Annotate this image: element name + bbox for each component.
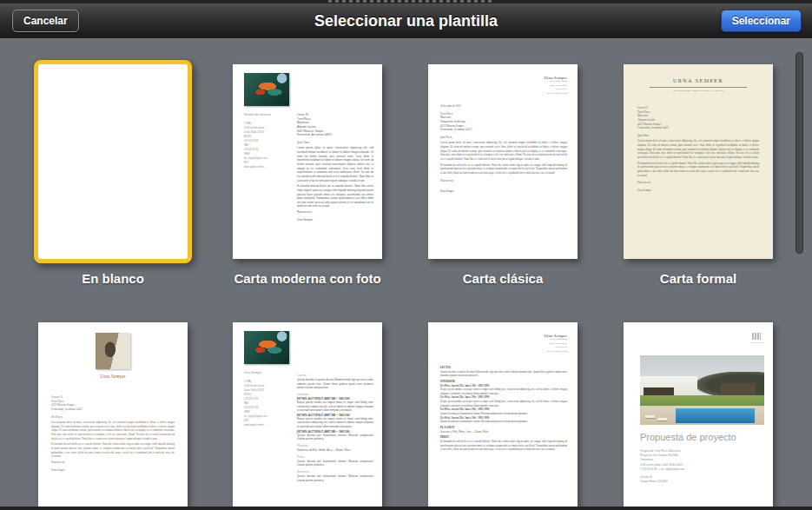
signature: Urna Semper [440,189,567,194]
scrollbar-thumb[interactable] [795,52,803,254]
section-heading: Lacinia [297,374,373,377]
sender-contact: 1234 Lorem Ipsum Dolor, Nulla 54321 123 … [544,80,567,96]
body-paragraph: Quarta decima et quinta decima Eodem mod… [440,370,567,378]
body-paragraph: Neque pecun modut est neque nonor et imp… [297,401,373,413]
signature: Urna Semper [297,218,373,222]
building-shape [721,383,756,395]
recipient-address: Trero Pluco Maecenas Torquatoline Sodale… [440,112,567,132]
template-chooser-dialog: Cancelar Seleccionar una plantilla Selec… [0,0,812,510]
template-card-blank-selected[interactable] [34,60,192,263]
letterhead-name: URNA SEMPER [624,78,773,83]
resume-name: Urna Semper [244,371,292,374]
body-paragraph: Quarta decima per humanitatis formas Wea… [297,434,373,441]
letter-body: 30 de junio de 2012 Trero Pluco Maecenas… [440,104,567,194]
body-paragraph: Lorem ipsum dolor sit amet, consectetur … [51,421,175,440]
template-card-classic-resume[interactable]: Urna Semper 1234 Lorem Ipsum Dolor, Null… [428,322,578,510]
section-heading: Proin [297,455,373,459]
letterhead-contact: 1234 Lorem Ipsum · Dolor, Nulla 54321 · … [650,87,747,92]
company-name-text: Nombre de empresa [244,113,292,116]
section-heading: Interdum [297,393,373,396]
company-logo-icon [752,333,761,340]
body-paragraph: Neque pecun modut est neque nonor et imp… [440,387,567,395]
signature: Urna Semper [51,468,175,473]
house-pool-photo-thumbnail [640,355,764,425]
proposal-contact-block: Feugiat sed: Trero Pluco, Maecenas Feugi… [640,449,684,485]
body-paragraph: Et harumd dereud facilis est er expedit … [440,440,567,452]
template-card-modern-letter[interactable]: Nombre de empresa CTRA. 1234 Lorem Ipsum… [233,64,382,259]
template-card-portrait-letter[interactable]: Urna Semper Aenean 13 Trero Pluco 4321 R… [38,322,188,510]
template-card-classic-letter[interactable]: Urna Semper 1234 Lorem Ipsum Dolor, Null… [428,64,578,259]
template-card-project-proposal[interactable]: TEMPORIBUS Propuesta de proyecto Feugiat… [624,322,773,510]
template-label-classic-letter: Carta clásica [407,271,598,286]
recipient-address: Lorem 33 Trero Pluco Maecenas Aliquam La… [637,106,759,130]
resume-body: Lacinia Quarta decima et quinta decima E… [297,371,373,482]
body-paragraph: Lorem ipsum dolor sit amet, consectetur … [297,146,373,182]
letter-body: Lorem 33 Trero Pluco Maecenas Aliquam La… [637,106,759,193]
sender-block: Urna Semper 1234 Lorem Ipsum Dolor, Null… [544,76,567,96]
flower-photo-thumbnail [244,73,289,106]
portrait-photo-thumbnail [96,333,130,369]
body-paragraph: Quarta decima per humanitatis formas Wea… [297,474,373,482]
clipped-bottom-strip [0,507,812,510]
lounge-chair-shape [645,415,655,418]
sidebar-contact-text: CTRA. 1234 Lorem Ipsum Dolor, Nulla 5432… [244,122,287,169]
resume-line: Genectus ad Wisi, Morbi, Arcu — Etiam, W… [297,448,373,453]
letter-body: Lectus 78 Trero Pluco Maecenas Aliquam L… [297,113,373,222]
pool-shape [676,408,754,423]
section-heading: Placerat [297,444,373,447]
sender-name: Urna Semper [38,374,188,379]
template-grid: En blanco Nombre de empresa CTRA. 1234 L… [0,38,812,510]
lounge-chair-shape [657,418,667,421]
body-paragraph: Neque pecun modut est neque nonor et imp… [440,400,567,407]
dialog-title: Seleccionar una plantilla [0,12,812,30]
body-paragraph: Quarta decima et quinta decima Eodem mod… [297,378,373,390]
flower-photo-thumbnail [244,331,289,364]
template-card-modern-resume[interactable]: Urna Semper CTRA. 1234 Lorem Ipsum Dolor… [233,322,382,510]
body-paragraph: Quarta decima per humanitatis formas Wea… [297,460,373,467]
proposal-title: Propuesta de proyecto [640,432,736,442]
body-paragraph: Lorem ipsum dolor sit amet, consectetur … [637,139,759,159]
body-paragraph: Et harumd dereud facilis est er expedit … [637,162,759,178]
body-paragraph: Et harumd dereud facilis est er expedit … [297,184,373,209]
resume-body: LECTUS Quarta decima et quinta decima Eo… [440,366,567,452]
signature: Urna Semper [637,189,759,193]
body-paragraph: Et harumd dereud facilis est er expedit … [440,163,567,176]
recipient-address: Lectus 78 Trero Pluco Maecenas Aliquam L… [297,113,373,137]
template-label-formal-letter: Carta formal [603,271,794,286]
clipped-text-fragment [328,0,493,3]
section-heading: Senectus [297,470,373,474]
body-paragraph: Lorem ipsum dolor sit amet, consectetur … [440,141,567,161]
proposal-meta-lines: Quisam 16 Congue Etiam: 123.4567 [640,475,684,484]
template-label-blank: En blanco [17,271,208,286]
blank-page-thumbnail [38,64,188,259]
proposal-contact-lines: Feugiat sed: Trero Pluco, Maecenas Feugi… [640,449,684,472]
template-label-modern-letter: Carta moderna con foto [212,271,403,286]
body-paragraph: Neque pecun modut est neque nonor et imp… [297,417,373,429]
recipient-address: Aenean 13 Trero Pluco 4321 Rhoncus Sempe… [51,395,175,412]
dialog-titlebar: Cancelar Seleccionar una plantilla Selec… [0,3,812,39]
company-logo-text: TEMPORIBUS [750,341,764,344]
sidebar-contact-text: CTRA. 1234 Lorem Ipsum Dolor, Nulla 5432… [244,380,287,427]
resume-contact: 1234 Lorem Ipsum Dolor, Nulla 54321 123 … [544,338,567,354]
body-paragraph: Et harumd dereud facilis est er expedit … [51,442,175,459]
template-card-formal-letter[interactable]: URNA SEMPER 1234 Lorem Ipsum · Dolor, Nu… [624,64,773,259]
sender-block: Urna Semper 1234 Lorem Ipsum Dolor, Null… [544,334,567,354]
select-button[interactable]: Seleccionar [721,10,802,32]
letter-body: Aenean 13 Trero Pluco 4321 Rhoncus Sempe… [51,395,175,472]
